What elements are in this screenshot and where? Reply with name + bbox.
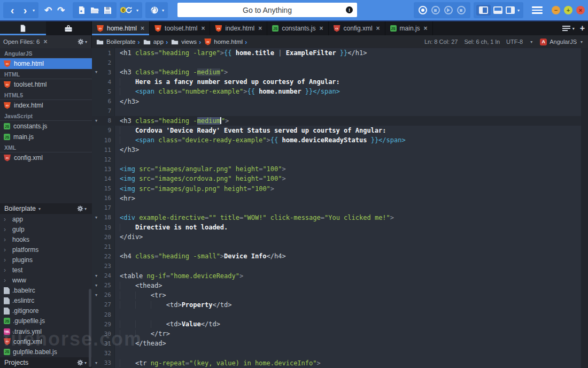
language-selector[interactable]: A AngularJS ▾ <box>540 39 584 45</box>
fold-arrow-icon[interactable]: ▼ <box>92 274 100 278</box>
tree-folder-app[interactable]: ›app <box>0 214 92 224</box>
editor-line[interactable]: 30 </tr> <box>92 329 588 339</box>
tree-folder-test[interactable]: ›test <box>0 265 92 275</box>
editor-line[interactable]: 13<img src="images/angular.png" height="… <box>92 164 588 174</box>
info-icon[interactable]: ! <box>346 6 353 13</box>
open-file-item-toolset.html[interactable]: ‹›toolset.html <box>0 79 92 90</box>
editor-line[interactable]: 29 <td>Value</td> <box>92 319 588 329</box>
editor-line[interactable]: ▼33 <tr ng-repeat="(key, value) in home.… <box>92 358 588 368</box>
editor-line[interactable]: 12 <box>92 155 588 164</box>
open-file-item-main.js[interactable]: JSmain.js <box>0 132 92 142</box>
forward-button[interactable]: › <box>19 3 32 18</box>
breadcrumb-item-views[interactable]: views <box>171 39 197 45</box>
editor-line[interactable]: ▼26 <tr> <box>92 290 588 300</box>
tab-constants.js[interactable]: JSconstants.js× <box>267 21 328 35</box>
editor-line[interactable]: 7 <box>92 106 588 116</box>
editor-line[interactable]: 4 Here is a fancy number served up court… <box>92 77 588 87</box>
maximize-button[interactable]: + <box>564 6 572 14</box>
editor-line[interactable]: 9 Cordova 'Device Ready' Event Status se… <box>92 126 588 135</box>
chevron-down-icon[interactable]: ▾ <box>33 8 35 13</box>
save-macro-button[interactable] <box>457 6 466 14</box>
fold-arrow-icon[interactable]: ▼ <box>92 119 100 123</box>
open-file-item-constants.js[interactable]: JSconstants.js <box>0 121 92 132</box>
undo-button[interactable]: ↶ <box>42 3 55 18</box>
editor-line[interactable]: ▼24<table ng-if="home.deviceReady"> <box>92 271 588 281</box>
sync-button[interactable]: 0 <box>122 3 135 18</box>
project-header[interactable]: Boilerplate ▾ ▾ <box>0 203 92 214</box>
fold-arrow-icon[interactable]: ▼ <box>92 216 100 220</box>
editor-line[interactable]: 14<img src="images/cordova.png" height="… <box>92 174 588 183</box>
fold-arrow-icon[interactable]: ▼ <box>92 361 100 365</box>
record-macro-button[interactable] <box>419 6 427 14</box>
open-file-item-config.xml[interactable]: ‹›config.xml <box>0 152 92 163</box>
new-tab-button[interactable]: + <box>580 24 585 33</box>
sidebar-scrollbar[interactable] <box>89 289 91 367</box>
breadcrumb-item-home.html[interactable]: ‹›home.html <box>204 39 243 45</box>
fold-arrow-icon[interactable]: ▼ <box>92 70 100 74</box>
close-icon[interactable]: × <box>141 25 144 32</box>
toggle-bottom-pane-button[interactable] <box>493 6 502 14</box>
tab-overflow-button[interactable]: ▾ <box>562 26 576 32</box>
fold-arrow-icon[interactable]: ▼ <box>92 283 100 288</box>
editor-line[interactable]: 21 <box>92 242 588 251</box>
toggle-right-pane-button[interactable] <box>506 6 515 14</box>
editor-line[interactable]: 20</div> <box>92 232 588 242</box>
tree-folder-hooks[interactable]: ›hooks <box>0 234 92 244</box>
chevron-down-icon[interactable]: ▾ <box>530 40 532 44</box>
play-macro-button[interactable] <box>444 6 453 14</box>
new-file-button[interactable] <box>75 3 88 18</box>
editor-line[interactable]: 16<hr> <box>92 194 588 203</box>
minimize-button[interactable]: − <box>552 6 560 14</box>
editor-line[interactable]: 17 <box>92 203 588 213</box>
editor-line[interactable]: 19 Directive is not loaded. <box>92 223 588 232</box>
editor-line[interactable]: 5 <span class="number-example">{{ home.n… <box>92 87 588 96</box>
encoding[interactable]: UTF-8 <box>506 39 523 45</box>
tab-home.html[interactable]: ‹›home.html× <box>92 21 150 35</box>
editor-line[interactable]: ▼25 <thead> <box>92 281 588 290</box>
close-window-button[interactable]: × <box>576 6 585 14</box>
back-button[interactable]: ‹ <box>6 3 19 18</box>
tree-file-config.xml[interactable]: ‹›config.xml <box>0 336 92 347</box>
projects-footer[interactable]: Projects ▾ <box>0 357 92 368</box>
fold-arrow-icon[interactable]: ▼ <box>92 293 100 297</box>
open-file-button[interactable] <box>88 3 101 18</box>
open-file-item-home.html[interactable]: ‹›home.html <box>0 58 92 69</box>
editor-line[interactable]: 27 <td>Property</td> <box>92 300 588 310</box>
tree-file-.gitignore[interactable]: .gitignore <box>0 306 92 316</box>
editor-line[interactable]: 1<h1 class="heading -large">{{ home.titl… <box>92 48 588 58</box>
tree-folder-platforms[interactable]: ›platforms <box>0 244 92 255</box>
editor-line[interactable]: 23 <box>92 261 588 271</box>
tree-file-.gulpefile.js[interactable]: JS.gulpefile.js <box>0 316 92 326</box>
close-icon[interactable]: × <box>320 25 323 32</box>
close-icon[interactable]: × <box>201 25 205 32</box>
save-button[interactable] <box>101 3 114 18</box>
chevron-down-icon[interactable]: ▾ <box>162 8 164 13</box>
toggle-left-pane-button[interactable] <box>476 5 491 16</box>
tab-index.html[interactable]: ‹›index.html× <box>210 21 267 35</box>
go-to-anything-input[interactable] <box>177 3 357 17</box>
open-files-settings-button[interactable]: ▾ <box>78 39 88 45</box>
tree-file-.babelrc[interactable]: .babelrc <box>0 286 92 296</box>
tree-file-gulpfile.babel.js[interactable]: JSgulpfile.babel.js <box>0 347 92 357</box>
tab-toolset.html[interactable]: ‹›toolset.html× <box>150 21 210 35</box>
chevron-down-icon[interactable]: ▾ <box>517 8 520 13</box>
projects-settings-button[interactable]: ▾ <box>77 359 88 366</box>
tab-toolbox-pane[interactable] <box>46 21 92 35</box>
chevron-down-icon[interactable]: ▾ <box>136 8 138 13</box>
browser-preview-button[interactable] <box>148 3 161 18</box>
editor-line[interactable]: 22<h4 class="heading -small">Device Info… <box>92 251 588 261</box>
tree-folder-www[interactable]: ›www <box>0 275 92 286</box>
editor-line[interactable]: ▼3<h3 class="heading -medium"> <box>92 67 588 77</box>
editor-scrollbar[interactable] <box>581 48 588 368</box>
close-icon[interactable]: × <box>258 25 262 32</box>
editor-line[interactable]: 28 <box>92 310 588 319</box>
breadcrumb-item-app[interactable]: app <box>143 39 164 45</box>
editor-line[interactable]: 10 <span class="device-ready-example">{{… <box>92 135 588 145</box>
editor-line[interactable]: ▼8<h3 class="heading -medium"> <box>92 116 588 126</box>
open-file-item-index.html[interactable]: ‹›index.html <box>0 100 92 111</box>
tab-open-files-pane[interactable] <box>0 21 46 35</box>
editor-line[interactable]: 11</h3> <box>92 145 588 155</box>
editor-line[interactable]: 32 <box>92 348 588 358</box>
close-icon[interactable]: × <box>424 25 428 32</box>
redo-button[interactable]: ↷ <box>55 3 67 18</box>
